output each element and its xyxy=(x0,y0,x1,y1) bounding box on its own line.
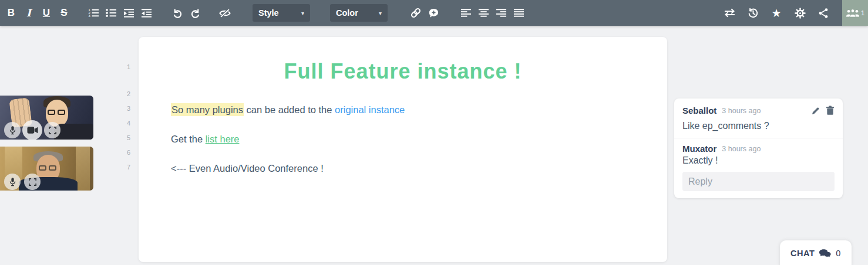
outdent-icon xyxy=(141,8,152,18)
indent-button[interactable] xyxy=(120,0,137,26)
video-participant-1 xyxy=(0,96,93,140)
underline-icon: U xyxy=(43,7,50,19)
chevron-down-icon: ▾ xyxy=(379,10,382,16)
chat-count-badge: 0 xyxy=(836,249,841,258)
line-number: 1 xyxy=(113,63,130,70)
align-left-icon xyxy=(460,8,472,18)
fullscreen-icon xyxy=(29,178,36,186)
delete-comment-button[interactable] xyxy=(826,106,835,115)
chat-button[interactable]: CHAT 0 xyxy=(780,240,852,265)
paragraph-line: <--- Even Audio/Video Conference ! xyxy=(171,161,324,176)
comment-header: Seballot 3 hours ago xyxy=(682,106,835,115)
microphone-icon xyxy=(9,125,16,135)
paragraph-line: So many plugins can be added to the orig… xyxy=(171,103,405,117)
line-number: 3 xyxy=(113,105,130,112)
share-icon xyxy=(818,8,829,19)
unordered-list-button[interactable] xyxy=(102,0,120,26)
align-right-button[interactable] xyxy=(492,0,510,26)
comments-panel: Seballot 3 hours ago Like ep_comments ? … xyxy=(674,98,843,198)
editor-pad[interactable]: Full Feature instance ! So many plugins … xyxy=(139,37,667,262)
style-dropdown[interactable]: Style ▾ xyxy=(253,4,310,22)
mute-mic-button[interactable] xyxy=(4,122,21,138)
undo-icon xyxy=(172,8,183,19)
strikethrough-button[interactable]: S xyxy=(55,0,73,26)
outdent-button[interactable] xyxy=(137,0,155,26)
trash-icon xyxy=(826,106,835,115)
comment-add-icon xyxy=(428,8,439,19)
bold-icon: B xyxy=(8,7,15,19)
comment-author: Muxator xyxy=(682,144,716,154)
insert-link-button[interactable] xyxy=(407,0,425,26)
reply-input[interactable] xyxy=(682,172,835,191)
history-clock-icon xyxy=(748,8,759,19)
line-number: 5 xyxy=(113,134,130,141)
redo-icon xyxy=(190,8,201,19)
timeslider-button[interactable] xyxy=(741,0,765,26)
add-comment-button[interactable] xyxy=(425,0,442,26)
comment-text: Like ep_comments ? xyxy=(682,121,835,131)
color-dropdown-label: Color xyxy=(336,8,358,18)
swap-arrows-icon xyxy=(723,8,736,18)
pencil-icon xyxy=(811,106,820,115)
bold-button[interactable]: B xyxy=(2,0,20,26)
style-dropdown-label: Style xyxy=(258,8,279,18)
ordered-list-icon: 123 xyxy=(88,8,99,18)
color-dropdown[interactable]: Color ▾ xyxy=(330,4,388,22)
unordered-list-icon xyxy=(106,8,117,18)
favorite-button[interactable]: ★ xyxy=(765,0,788,26)
paragraph-line: Get the list here xyxy=(171,132,239,147)
users-count-badge: 1 xyxy=(861,9,864,16)
ordered-list-button[interactable]: 123 xyxy=(85,0,102,26)
chevron-down-icon: ▾ xyxy=(301,10,304,16)
toolbar-right-group: ★ xyxy=(718,0,868,26)
strikethrough-icon: S xyxy=(60,7,67,19)
link-icon xyxy=(410,7,422,19)
fullscreen-button[interactable] xyxy=(24,174,41,190)
original-instance-link[interactable]: original instance xyxy=(335,104,405,115)
align-right-icon xyxy=(496,8,507,18)
align-justify-icon xyxy=(513,8,524,18)
comment-text: Exactly ! xyxy=(682,155,835,166)
align-center-icon xyxy=(478,8,489,18)
toolbar: B I U S 123 xyxy=(0,0,868,26)
list-here-link[interactable]: list here xyxy=(206,134,240,144)
underline-button[interactable]: U xyxy=(38,0,55,26)
chat-label: CHAT xyxy=(790,249,815,258)
share-button[interactable] xyxy=(812,0,835,26)
camera-toggle-button[interactable] xyxy=(22,120,42,140)
mute-mic-button[interactable] xyxy=(4,174,21,190)
line-number: 2 xyxy=(113,90,130,97)
chat-bubbles-icon xyxy=(819,249,832,258)
align-center-button[interactable] xyxy=(475,0,492,26)
line-number: 4 xyxy=(113,120,130,127)
comment-timestamp: 3 hours ago xyxy=(722,145,761,153)
redo-button[interactable] xyxy=(186,0,204,26)
align-justify-button[interactable] xyxy=(510,0,527,26)
video-participant-2 xyxy=(0,147,93,191)
comment-author: Seballot xyxy=(682,106,716,115)
comment-timestamp: 3 hours ago xyxy=(722,107,761,115)
edit-comment-button[interactable] xyxy=(811,106,820,115)
users-button[interactable]: 1 xyxy=(842,0,868,26)
fullscreen-button[interactable] xyxy=(44,122,60,138)
line-number: 7 xyxy=(113,164,130,171)
import-export-button[interactable] xyxy=(718,0,741,26)
svg-text:3: 3 xyxy=(88,15,90,18)
settings-button[interactable] xyxy=(788,0,812,26)
gear-icon xyxy=(795,8,806,19)
video-camera-icon xyxy=(27,126,38,134)
undo-button[interactable] xyxy=(169,0,186,26)
comment-reply-section: Muxator 3 hours ago Exactly ! xyxy=(674,138,843,191)
align-left-button[interactable] xyxy=(457,0,475,26)
line-number: 6 xyxy=(113,149,130,156)
clear-authorship-button[interactable] xyxy=(216,0,234,26)
commented-text-highlight[interactable]: So many plugins xyxy=(171,103,244,116)
eye-off-icon xyxy=(218,8,231,18)
microphone-icon xyxy=(9,177,16,187)
document-title: Full Feature instance ! xyxy=(139,59,667,84)
italic-icon: I xyxy=(26,7,31,19)
italic-button[interactable]: I xyxy=(20,0,38,26)
paragraph-text: Get the xyxy=(171,134,206,144)
users-icon xyxy=(846,8,860,18)
star-icon: ★ xyxy=(771,8,781,19)
